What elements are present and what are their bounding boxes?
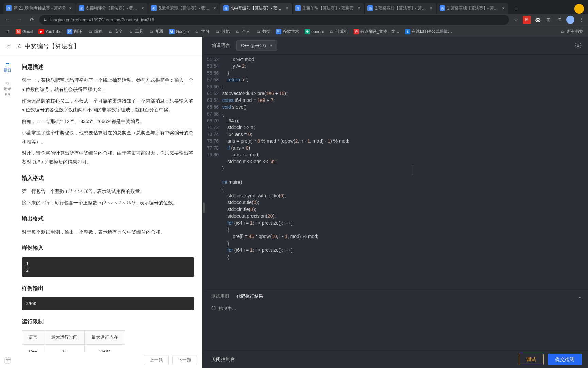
console-footer: 关闭控制台 调试 提交检测 (205, 350, 588, 368)
bookmark-item[interactable]: 🗀数据 (254, 28, 273, 35)
bookmark-label: 数据 (262, 29, 271, 34)
bookmark-label: 学习 (201, 29, 209, 34)
address-bar: ← → ⟳ ⇆ lanqiao.cn/problems/19979/learni… (0, 14, 588, 26)
sidebar-record-count: (0) (5, 92, 10, 96)
table-row: C++1s256M (22, 344, 125, 352)
tab-title: 3.薅羊毛【算法赛】- 蓝桥云 (303, 5, 355, 11)
bookmark-item[interactable]: 🗀配置 (147, 28, 166, 35)
prev-problem-button[interactable]: 上一题 (144, 355, 169, 365)
code-editor[interactable]: 51 52 53 54 55 56 57 58 59 60 61 62 63 6… (205, 55, 588, 290)
tab-title: 6.商铺评分【算法赛】- 蓝… (86, 5, 138, 11)
folder-icon: 🗀 (235, 29, 241, 34)
bookmark-item[interactable]: 译有道翻译_文本、文… (352, 28, 402, 35)
limits-table: 语言最大运行时间最大运行内存 C++1s256MC1s256M (22, 330, 125, 352)
bookmark-item[interactable]: 🔍谷歌学术 (274, 28, 301, 35)
bookmark-item[interactable]: 🗀编程 (85, 28, 104, 35)
bookmark-label: 计算机 (336, 29, 348, 34)
bookmark-item[interactable]: ❋openai (303, 28, 326, 35)
new-tab-button[interactable]: + (511, 4, 521, 14)
tab-close-icon[interactable]: × (140, 6, 145, 11)
site-info-icon[interactable]: ⇆ (44, 18, 48, 22)
browser-tab[interactable]: ◎第 21 场 强者挑战赛 - 蓝桥云× (3, 3, 76, 14)
browser-tab[interactable]: ◎3.薅羊毛【算法赛】- 蓝桥云× (293, 3, 364, 14)
bookmark-item[interactable]: Σ在线LaTeX公式编辑… (403, 28, 454, 35)
browser-tab[interactable]: ◎4.中奖编号【算法赛】- 蓝…× (220, 3, 292, 14)
submit-button[interactable]: 提交检测 (548, 354, 582, 365)
browser-tab[interactable]: ◎6.商铺评分【算法赛】- 蓝…× (76, 3, 148, 14)
oa-icon: ❋ (305, 29, 310, 34)
back-button[interactable]: ← (3, 15, 12, 25)
all-bookmarks-button[interactable]: 🗀 所有书签 (558, 28, 585, 35)
reload-button[interactable]: ⟳ (27, 15, 37, 25)
close-console-button[interactable]: 关闭控制台 (211, 356, 235, 363)
bookmark-item[interactable]: 译翻译 (65, 28, 84, 35)
browser-tab[interactable]: ◎2.蓝桥派对【算法赛】- 蓝…× (365, 3, 436, 14)
profile-avatar-button[interactable] (574, 4, 584, 14)
sidebar-item-record[interactable]: ↻ 记录 (0) (4, 81, 11, 96)
bookmark-label: 在线LaTeX公式编辑… (412, 29, 452, 34)
table-header: 最大运行内存 (85, 330, 125, 344)
chevron-down-icon[interactable]: ⌄ (578, 294, 582, 299)
star-icon[interactable]: ☆ (512, 16, 520, 24)
sample-input-box[interactable]: 1 2 (22, 257, 194, 277)
browser-tab[interactable]: ◎5.派单返现【算法赛】- 蓝…× (148, 3, 220, 14)
pane-divider[interactable] (202, 37, 205, 368)
tab-favicon: ◎ (79, 5, 84, 11)
next-problem-button[interactable]: 下一题 (172, 355, 197, 365)
tab-close-icon[interactable]: × (68, 6, 73, 11)
forward-button[interactable]: → (15, 15, 24, 25)
bookmark-item[interactable]: ▶YouTube (36, 28, 63, 35)
desc-p5: 对此，请你帮他计算出所有中奖编号的总和。由于答案可能很大，你只需要输出答案对 1… (22, 149, 194, 167)
tab-close-icon[interactable]: × (357, 6, 361, 11)
flask-icon[interactable]: ⚗ (555, 16, 564, 24)
help-icon[interactable]: ? (4, 357, 11, 364)
sample-output-box[interactable]: 3960 (22, 297, 194, 310)
kebab-menu-icon[interactable]: ⋮ (577, 16, 585, 24)
bookmark-item[interactable]: 🗀其他 (213, 28, 232, 35)
gear-icon[interactable] (574, 42, 582, 49)
bookmark-label: 个人 (242, 29, 250, 34)
editor-code[interactable]: x %= mod; y /= 2; } return ret; } std::v… (222, 55, 588, 290)
bookmark-item[interactable]: 🗀个人 (233, 28, 252, 35)
list-icon: ☰ (6, 63, 9, 67)
language-select[interactable]: C++ (g++17) ▼ (236, 40, 277, 51)
problem-panel: ⌂ 4. 中奖编号【算法赛】 ☰ 题目 ↻ 记录 (0) 问题描述 双十一，某快… (0, 37, 202, 368)
language-label: 编译语言: (211, 43, 232, 49)
bookmark-label: openai (311, 29, 324, 34)
account-avatar[interactable] (566, 16, 574, 24)
home-icon[interactable]: ⌂ (7, 43, 14, 50)
browser-tab[interactable]: ◎1.蓝桥商城【算法赛】- 蓝…× (437, 3, 508, 14)
sidebar-item-problem[interactable]: ☰ 题目 (4, 63, 11, 73)
tab-close-icon[interactable]: × (212, 6, 217, 11)
desc-p1: 双十一，某快乐肥宅水品牌举办了一个线上抽奖活动。参与方式很简单：输入一个 n 位… (22, 76, 194, 94)
url-input[interactable]: ⇆ lanqiao.cn/problems/19979/learning/?co… (39, 15, 509, 25)
bookmark-item[interactable]: GGoogle (167, 28, 191, 35)
problem-sidebar: ☰ 题目 ↻ 记录 (0) (0, 56, 15, 96)
tab-close-icon[interactable]: × (429, 6, 434, 11)
bookmark-item[interactable]: MGmail (14, 28, 35, 35)
bookmark-item[interactable]: 🗀安全 (106, 28, 125, 35)
extension-icon-2[interactable]: 🐼 (534, 16, 542, 24)
tab-testcase[interactable]: 测试用例 (211, 293, 229, 300)
svg-point-0 (577, 45, 579, 47)
bookmark-item[interactable]: 🗀学习 (192, 28, 211, 35)
debug-button[interactable]: 调试 (519, 354, 544, 365)
bookmark-item[interactable]: 🗀计算机 (327, 28, 350, 35)
bookmarks-bar: ⠿MGmail▶YouTube译翻译🗀编程🗀安全🗀工具🗀配置GGoogle🗀学习… (0, 26, 588, 37)
tab-close-icon[interactable]: × (284, 6, 289, 11)
tab-close-icon[interactable]: × (501, 6, 506, 11)
tab-result[interactable]: 代码执行结果 (236, 293, 263, 300)
bookmark-item[interactable]: ⠿ (3, 28, 12, 35)
problem-title: 4. 中奖编号【算法赛】 (18, 42, 80, 50)
extension-icon-1[interactable]: 译 (523, 16, 531, 24)
gs-icon: 🔍 (276, 29, 281, 34)
problem-body[interactable]: 问题描述 双十一，某快乐肥宅水品牌举办了一个线上抽奖活动。参与方式很简单：输入一… (0, 56, 202, 352)
folder-icon: 🗀 (560, 29, 566, 34)
bookmark-label: 翻译 (74, 29, 82, 34)
tab-title: 1.蓝桥商城【算法赛】- 蓝… (447, 5, 499, 11)
bookmark-label: 有道翻译_文本、文… (360, 29, 399, 34)
bookmark-item[interactable]: 🗀工具 (126, 28, 145, 35)
extensions-menu-icon[interactable]: ⊞ (544, 16, 553, 24)
lx-icon: Σ (405, 29, 410, 34)
folder-icon: 🗀 (256, 29, 261, 34)
